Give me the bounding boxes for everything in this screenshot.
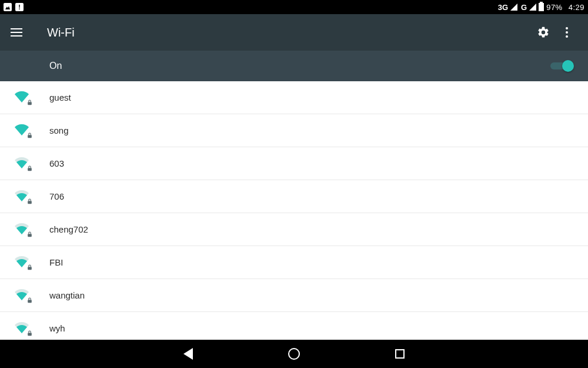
wifi-network-item[interactable]: song <box>0 114 588 147</box>
status-bar: 3G G 97% 4:29 <box>0 0 588 14</box>
battery-icon <box>539 3 544 11</box>
wifi-network-item[interactable]: guest <box>0 81 588 114</box>
notification-image-icon <box>4 3 12 11</box>
wifi-signal-icon <box>14 223 31 237</box>
network-g-label: G <box>521 3 527 12</box>
gear-icon <box>537 26 550 39</box>
wifi-network-item[interactable]: 706 <box>0 180 588 213</box>
svg-rect-6 <box>28 300 32 303</box>
wifi-network-item[interactable]: wangtian <box>0 279 588 312</box>
wifi-ssid: wangtian <box>49 290 85 300</box>
wifi-signal-icon <box>14 256 31 270</box>
wifi-ssid: 706 <box>49 191 64 201</box>
wifi-ssid: 603 <box>49 158 64 168</box>
wifi-switch[interactable] <box>550 60 574 72</box>
wifi-signal-icon <box>14 289 31 303</box>
menu-button[interactable] <box>6 22 27 43</box>
battery-percent: 97% <box>546 3 563 12</box>
notification-warning-icon <box>15 3 24 11</box>
signal-icon-2 <box>529 4 536 11</box>
nav-back-button[interactable] <box>176 342 200 366</box>
home-icon <box>288 348 300 360</box>
recent-icon <box>395 349 405 359</box>
nav-home-button[interactable] <box>282 342 306 366</box>
wifi-signal-icon <box>14 157 31 171</box>
network-3g-label: 3G <box>498 3 508 12</box>
wifi-signal-icon <box>14 190 31 204</box>
back-icon <box>183 348 193 360</box>
overflow-menu-button[interactable] <box>555 21 579 44</box>
svg-rect-0 <box>28 102 32 105</box>
wifi-network-item[interactable]: FBI <box>0 246 588 279</box>
wifi-toggle-label: On <box>49 61 62 71</box>
svg-rect-1 <box>28 135 32 138</box>
wifi-ssid: guest <box>49 92 71 102</box>
wifi-signal-icon <box>14 321 31 336</box>
wifi-ssid: wyh <box>49 323 65 333</box>
wifi-signal-icon <box>14 91 31 105</box>
wifi-toggle-row[interactable]: On <box>0 51 588 81</box>
svg-rect-4 <box>28 234 32 237</box>
svg-rect-5 <box>28 267 32 270</box>
signal-icon-1 <box>510 4 517 11</box>
wifi-ssid: FBI <box>49 257 63 267</box>
svg-rect-2 <box>28 168 32 171</box>
navigation-bar <box>0 340 588 368</box>
wifi-signal-icon <box>14 124 31 138</box>
svg-rect-3 <box>28 201 32 204</box>
more-vert-icon <box>566 27 568 38</box>
wifi-ssid: song <box>49 125 69 135</box>
hamburger-icon <box>11 28 22 37</box>
svg-rect-7 <box>28 333 32 336</box>
wifi-network-item[interactable]: wyh <box>0 312 588 340</box>
wifi-network-item[interactable]: cheng702 <box>0 213 588 246</box>
nav-recent-button[interactable] <box>388 342 412 366</box>
app-bar: Wi-Fi <box>0 14 588 51</box>
settings-button[interactable] <box>532 21 555 44</box>
wifi-network-list[interactable]: guest song 603 706 cheng702 FBI wangtian… <box>0 81 588 340</box>
wifi-network-item[interactable]: 603 <box>0 147 588 180</box>
wifi-ssid: cheng702 <box>49 224 88 234</box>
page-title: Wi-Fi <box>47 26 75 39</box>
clock: 4:29 <box>569 3 584 12</box>
